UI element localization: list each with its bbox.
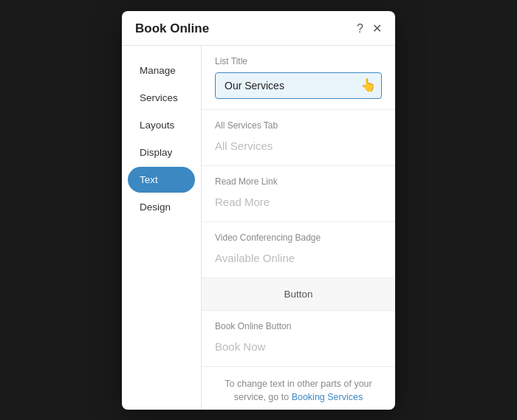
info-section: To change text in other parts of your se… <box>202 367 395 410</box>
sidebar: Manage Services Layouts Display Text Des… <box>122 46 202 410</box>
booking-services-link[interactable]: Booking Services <box>292 392 363 402</box>
main-content: List Title 👆 All Services Tab All Servic… <box>202 46 395 410</box>
close-icon[interactable]: ✕ <box>372 21 382 35</box>
modal-title: Book Online <box>135 21 209 36</box>
book-now-placeholder[interactable]: Book Now <box>215 337 382 356</box>
all-services-tab-placeholder[interactable]: All Services <box>215 137 382 155</box>
list-title-section: List Title 👆 <box>202 46 395 110</box>
info-text: To change text in other parts of your se… <box>215 377 382 405</box>
sidebar-item-layouts[interactable]: Layouts <box>128 112 195 138</box>
read-more-link-placeholder[interactable]: Read More <box>215 193 382 211</box>
header-icons: ? ✕ <box>357 21 382 35</box>
sidebar-item-manage[interactable]: Manage <box>128 58 195 83</box>
sidebar-item-services[interactable]: Services <box>128 85 195 111</box>
all-services-tab-section: All Services Tab All Services <box>202 110 395 166</box>
list-title-input[interactable] <box>215 72 382 99</box>
sidebar-item-text[interactable]: Text <box>128 167 195 193</box>
button-section: Button <box>202 278 395 311</box>
read-more-link-label: Read More Link <box>215 176 382 187</box>
video-badge-label: Video Conferencing Badge <box>215 233 382 243</box>
help-icon[interactable]: ? <box>357 22 363 35</box>
video-badge-section: Video Conferencing Badge Available Onlin… <box>202 222 395 278</box>
sidebar-item-display[interactable]: Display <box>128 140 195 165</box>
read-more-link-section: Read More Link Read More <box>202 166 395 222</box>
button-section-label: Button <box>215 289 382 300</box>
book-online-button-section: Book Online Button Book Now <box>202 311 395 367</box>
modal-header: Book Online ? ✕ <box>122 11 395 46</box>
book-online-button-label: Book Online Button <box>215 321 382 331</box>
book-online-modal: Book Online ? ✕ Manage Services Layouts … <box>122 11 395 410</box>
video-badge-placeholder[interactable]: Available Online <box>215 249 382 267</box>
all-services-tab-label: All Services Tab <box>215 120 382 131</box>
sidebar-item-design[interactable]: Design <box>128 194 195 220</box>
list-title-label: List Title <box>215 56 382 66</box>
modal-body: Manage Services Layouts Display Text Des… <box>122 46 395 410</box>
